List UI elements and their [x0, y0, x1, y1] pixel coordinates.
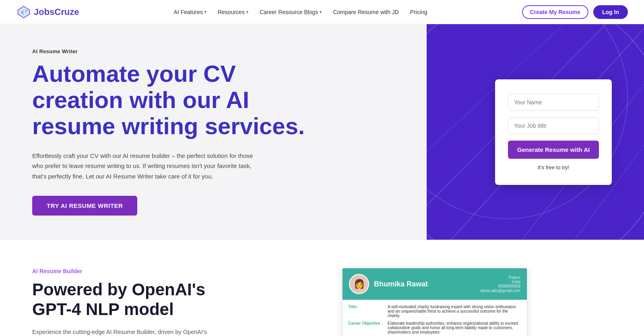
- hero-title: Automate your CV creation with our AI re…: [32, 61, 314, 139]
- section2-title: Powered by OpenAI's GPT-4 NLP model: [32, 280, 233, 319]
- section2-resume-preview: 👩 Bhumika Rawat Raipur India 9999999999 …: [258, 268, 612, 336]
- name-input[interactable]: [508, 94, 599, 111]
- nav-actions: Create My Resume Log In: [522, 5, 628, 19]
- logo-link[interactable]: 💎 JobsCruze: [16, 4, 79, 20]
- nav-links: AI Features ▾ Resources ▾ Career Resourc…: [174, 9, 427, 15]
- hero-section: AI Resume Writer Automate your CV creati…: [0, 24, 644, 240]
- hero-content: AI Resume Writer Automate your CV creati…: [0, 24, 338, 240]
- try-resume-writer-button[interactable]: TRY AI RESUME WRITER: [32, 196, 137, 216]
- nav-item-resources[interactable]: Resources ▾: [218, 9, 248, 15]
- nav-item-career-blogs[interactable]: Career Resource Blogs ▾: [260, 9, 322, 15]
- section2-description: Experience the cutting-edge AI Resume Bu…: [32, 327, 233, 336]
- chevron-down-icon: ▾: [204, 10, 206, 14]
- login-button[interactable]: Log In: [593, 5, 628, 19]
- resume-header: 👩 Bhumika Rawat Raipur India 9999999999 …: [343, 268, 527, 300]
- resume-name: Bhumika Rawat: [374, 280, 475, 288]
- nav-item-ai-features[interactable]: AI Features ▾: [174, 9, 206, 15]
- resume-preview-card: 👩 Bhumika Rawat Raipur India 9999999999 …: [342, 268, 527, 336]
- navbar: 💎 JobsCruze AI Features ▾ Resources ▾ Ca…: [0, 0, 644, 24]
- section2-badge: AI Resume Builder: [32, 268, 233, 274]
- job-title-input[interactable]: [508, 117, 599, 134]
- section2-content: AI Resume Builder Powered by OpenAI's GP…: [32, 268, 233, 336]
- hero-badge: AI Resume Writer: [32, 48, 314, 54]
- resume-contact: Raipur India 9999999999 demo.abc@gmail.c…: [480, 275, 520, 293]
- free-trial-text: It's free to try!: [508, 164, 599, 170]
- resume-body: Title: A self-motivated charity fundrais…: [343, 300, 527, 336]
- resume-avatar: 👩: [349, 274, 369, 294]
- resume-title-row: Title: A self-motivated charity fundrais…: [348, 305, 521, 318]
- nav-item-pricing[interactable]: Pricing: [410, 9, 427, 15]
- logo-text: JobsCruze: [34, 7, 79, 17]
- logo-icon: 💎: [16, 4, 31, 20]
- create-resume-button[interactable]: Create My Resume: [522, 5, 588, 19]
- nav-item-compare-resume[interactable]: Compare Resume with JD: [333, 9, 398, 15]
- svg-text:💎: 💎: [20, 8, 28, 16]
- hero-description: Effortlessly craft your CV with our AI r…: [32, 151, 258, 182]
- chevron-down-icon: ▾: [320, 10, 322, 14]
- chevron-down-icon: ▾: [246, 10, 248, 14]
- generate-resume-button[interactable]: Generate Resume with AI: [508, 141, 599, 159]
- section2: AI Resume Builder Powered by OpenAI's GP…: [0, 240, 644, 336]
- resume-form-card: Generate Resume with AI It's free to try…: [495, 79, 612, 185]
- resume-name-block: Bhumika Rawat: [374, 280, 475, 288]
- resume-career-row: Career Objective : Elaborate leadership …: [348, 321, 521, 334]
